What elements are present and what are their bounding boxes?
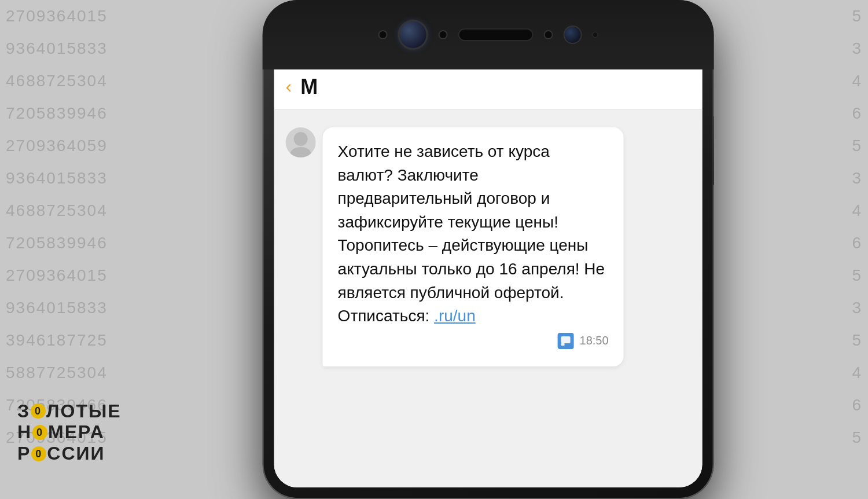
svg-point-0	[294, 132, 308, 146]
sensor-dot-3	[544, 30, 553, 39]
speaker-grill	[458, 28, 534, 41]
avatar-svg	[286, 127, 316, 157]
svg-rect-3	[561, 343, 565, 346]
message-bubble: Хотите не зависеть от курса валют? Заклю…	[323, 127, 624, 366]
logo-circle-2: 0	[32, 425, 47, 440]
contact-name: М	[300, 75, 318, 99]
message-footer: 18:50	[338, 333, 609, 349]
contact-avatar	[286, 127, 316, 157]
background-numbers-right: 5 3 4 6 5 3 4 6 5 3 5 4 6 5	[775, 0, 868, 499]
sensor-dot-2	[439, 30, 448, 39]
message-body-text: Хотите не зависеть от курса валют? Заклю…	[338, 142, 605, 325]
phone-device: ‹ М Хотите не зависет	[263, 0, 714, 499]
brand-logo: З0ЛОТЫЕ Н0МЕРА Р0ССИИ	[17, 401, 122, 464]
phone-top-bar	[263, 0, 714, 69]
ir-sensor	[593, 32, 598, 38]
svg-point-1	[290, 147, 311, 157]
message-status-icon	[558, 333, 574, 349]
front-camera-lens	[398, 20, 428, 50]
front-selfie-camera	[564, 25, 582, 44]
message-link[interactable]: .ru/un	[434, 307, 476, 325]
back-button[interactable]: ‹	[286, 76, 292, 97]
sms-app-header: ‹ М	[274, 64, 703, 110]
phone-screen: ‹ М Хотите не зависет	[274, 64, 703, 487]
logo-circle-1: 0	[31, 403, 46, 419]
logo-circle-3: 0	[31, 446, 46, 461]
phone-body: ‹ М Хотите не зависет	[263, 0, 714, 499]
sensor-dot-1	[378, 30, 388, 39]
chat-area: Хотите не зависеть от курса валют? Заклю…	[274, 110, 703, 487]
power-button	[713, 116, 714, 185]
svg-rect-2	[561, 336, 571, 343]
message-text: Хотите не зависеть от курса валют? Заклю…	[338, 140, 609, 328]
message-row: Хотите не зависеть от курса валют? Заклю…	[286, 127, 691, 366]
message-timestamp: 18:50	[580, 334, 609, 347]
